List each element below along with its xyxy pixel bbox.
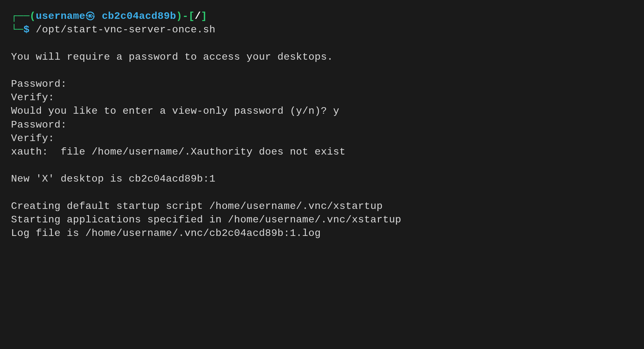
bracket-open: [ [188, 10, 195, 22]
output-line: Verify: [11, 92, 54, 103]
output-line: Log file is /home/username/.vnc/cb2c04ac… [11, 227, 321, 239]
output-line: Starting applications specified in /home… [11, 214, 401, 226]
prompt-cwd: / [195, 10, 201, 22]
box-draw-top: ┌── [11, 10, 30, 22]
output-line: New 'X' desktop is cb2c04acd89b:1 [11, 173, 215, 185]
output-line: Would you like to enter a view-only pass… [11, 105, 339, 117]
output-line: Password: [11, 78, 67, 90]
paren-open: ( [30, 10, 36, 22]
output-line: Password: [11, 119, 67, 131]
output-line: Creating default startup script /home/us… [11, 200, 383, 212]
prompt-dollar: $ [23, 24, 30, 35]
output-line: xauth: file /home/username/.Xauthority d… [11, 146, 346, 158]
prompt-line-2: └─$ /opt/start-vnc-server-once.sh [11, 23, 633, 36]
box-draw-bottom: └─ [11, 24, 23, 35]
prompt-dash: - [182, 10, 189, 22]
terminal-output: You will require a password to access yo… [11, 36, 633, 240]
paren-close: ) [176, 10, 182, 22]
bracket-close: ] [201, 10, 207, 22]
prompt-line-1: ┌──(username㉿ cb2c04acd89b)-[/] [11, 9, 633, 23]
output-line: Verify: [11, 133, 54, 144]
prompt-hostname: cb2c04acd89b [102, 10, 176, 22]
prompt-username: username [36, 10, 86, 22]
terminal-window[interactable]: ┌──(username㉿ cb2c04acd89b)-[/] └─$ /opt… [11, 9, 633, 240]
at-symbol-icon: ㉿ [85, 10, 96, 22]
output-line: You will require a password to access yo… [11, 51, 333, 63]
command-text: /opt/start-vnc-server-once.sh [36, 24, 215, 35]
